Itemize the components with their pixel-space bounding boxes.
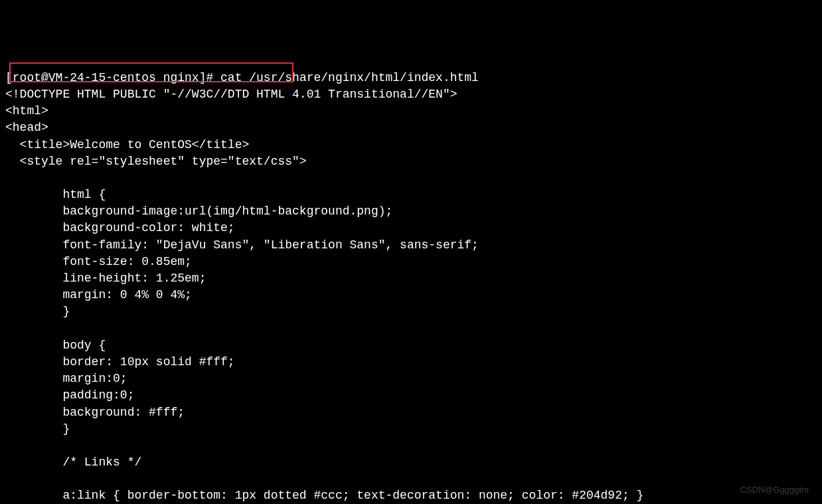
output-line: margin: 0 4% 0 4%; [5, 287, 817, 303]
terminal-output[interactable]: [root@VM-24-15-centos nginx]# cat /usr/s… [5, 70, 817, 504]
output-line: body { [5, 337, 817, 354]
output-line: html { [5, 187, 817, 203]
output-line: line-height: 1.25em; [5, 270, 817, 287]
output-line: a:link { border-bottom: 1px dotted #ccc;… [5, 487, 817, 504]
output-line: <!DOCTYPE HTML PUBLIC "-//W3C//DTD HTML … [5, 86, 817, 103]
output-line: background: #fff; [5, 404, 817, 421]
output-line: font-family: "DejaVu Sans", "Liberation … [5, 237, 817, 254]
command-text: cat /usr/share/nginx/html/index.html [220, 71, 479, 84]
prompt-line[interactable]: [root@VM-24-15-centos nginx]# cat /usr/s… [5, 70, 817, 86]
output-line: background-image:url(img/html-background… [5, 203, 817, 220]
watermark-text: CSDN@Gggggtm [740, 484, 809, 496]
output-line: background-color: white; [5, 220, 817, 236]
output-line: padding:0; [5, 387, 817, 404]
output-line: font-size: 0.85em; [5, 254, 817, 270]
output-line: <html> [5, 103, 817, 120]
output-line: } [5, 303, 817, 320]
output-line: } [5, 421, 817, 438]
output-line [5, 321, 817, 337]
output-line: <style rel="stylesheet" type="text/css"> [5, 153, 817, 170]
output-line: margin:0; [5, 371, 817, 387]
output-line [5, 471, 817, 487]
output-line: /* Links */ [5, 454, 817, 471]
shell-prompt: [root@VM-24-15-centos nginx]# [5, 71, 220, 84]
output-line [5, 170, 817, 187]
output-line [5, 438, 817, 454]
output-line: border: 10px solid #fff; [5, 354, 817, 371]
output-line: <head> [5, 120, 817, 136]
output-line: <title>Welcome to CentOS</title> [5, 137, 817, 153]
